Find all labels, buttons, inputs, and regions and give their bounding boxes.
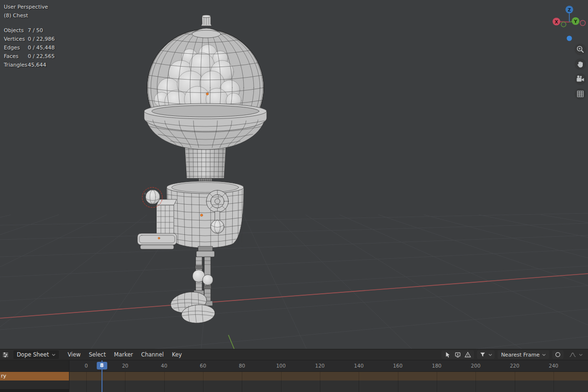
show-hidden-icon [454,351,461,358]
chevron-down-icon [488,354,492,356]
ruler-tick: 240 [549,360,558,371]
editor-type-button[interactable] [1,350,10,359]
blender-window: User Perspective (8) Chest Objects7 / 50… [0,0,588,392]
gizmo-z-label: Z [568,8,571,12]
proportional-editing-toggle[interactable] [552,350,564,359]
warning-triangle-icon [464,351,471,358]
show-hidden-button[interactable] [454,351,462,358]
menu-view[interactable]: View [68,351,80,358]
filter-funnel-icon [479,351,486,358]
body [167,181,244,248]
camera-view-button[interactable] [575,73,586,85]
proportional-circle-icon [554,351,561,358]
ruler-tick: 40 [161,360,167,371]
editor-mode-label: Dope Sheet [17,351,49,358]
ruler-tick: 160 [393,360,403,371]
stat-label: Edges [4,44,28,52]
stat-value: 7 / 50 [28,26,43,35]
orthographic-grid-icon [576,90,585,98]
camera-icon [576,75,585,83]
editor-mode-dropdown[interactable]: Dope Sheet [13,350,59,359]
timeline-ruler[interactable]: 020406080100120140160180200220240 [0,360,588,372]
view-perspective-label: User Perspective [4,4,55,11]
dope-sheet-header: Dope Sheet ViewSelectMarkerChannelKey [0,349,588,360]
gizmo-x-label: X [555,20,558,24]
viewport-overlay: User Perspective (8) Chest Objects7 / 50… [4,4,55,69]
ruler-tick: 220 [510,360,520,371]
frame-gridline [475,372,476,392]
viewport-3d-scene[interactable] [0,0,588,349]
menu-key[interactable]: Key [172,351,182,358]
viewport-3d[interactable]: User Perspective (8) Chest Objects7 / 50… [0,0,588,349]
ruler-tick: 140 [354,360,363,371]
ds-header-right: Nearest Frame [441,350,585,359]
stat-value: 0 / 45,448 [28,44,55,52]
navigation-gizmo[interactable]: X Y Z [551,2,588,46]
frame-gridline [320,372,320,392]
channel-filter-toggles [441,350,474,359]
neck [185,146,226,178]
dope-sheet-channels[interactable]: ry [0,372,588,392]
stat-row: Vertices0 / 22,986 [4,35,55,44]
stat-row: Faces0 / 22,565 [4,52,55,61]
ruler-tick: 0 [85,360,88,371]
chevron-down-icon [52,354,56,356]
frame-gridline [125,372,125,392]
viewport-background [0,0,588,349]
summary-channel-row[interactable]: ry [0,372,69,380]
stat-row: Edges0 / 45,448 [4,44,55,52]
stat-label: Objects [4,26,28,35]
ruler-tick: 100 [276,360,286,371]
ruler-tick: 60 [200,360,206,371]
fcurve-dropdown[interactable] [566,350,585,359]
snap-mode-label: Nearest Frame [501,352,540,358]
stats-table: Objects7 / 50Vertices0 / 22,986Edges0 / … [4,26,55,69]
gizmo-neg-y-ball[interactable] [561,22,566,27]
frame-gridline [203,372,204,392]
ds-menus: ViewSelectMarkerChannelKey [68,351,182,358]
menu-channel[interactable]: Channel [141,351,164,358]
frame-gridline [164,372,165,392]
pan-hand-icon [576,60,585,69]
viewport-nav-tools [575,44,586,100]
pan-button[interactable] [575,58,586,70]
ruler-tick: 20 [122,360,128,371]
active-object-label: (8) Chest [4,12,55,19]
frame-gridline [281,372,282,392]
gizmo-neg-z-ball[interactable] [567,36,572,41]
filter-popover-button[interactable] [477,350,495,359]
frame-gridline [554,372,554,392]
channel-label: ry [1,373,6,379]
current-frame-badge: 8 [97,362,107,369]
snap-mode-dropdown[interactable]: Nearest Frame [498,350,549,359]
selected-only-filter-button[interactable] [444,351,452,358]
channel-list-panel: ry [0,372,69,392]
stat-label: Faces [4,52,28,61]
ruler-tick: 200 [471,360,480,371]
ruler-corner [0,360,69,371]
stat-label: Triangles [4,61,28,69]
channel-panel-scrollbar[interactable] [0,389,69,392]
menu-select[interactable]: Select [89,351,105,358]
zoom-button[interactable] [575,44,586,55]
stat-row: Triangles45,644 [4,61,55,69]
stat-value: 0 / 22,565 [28,52,55,61]
menu-marker[interactable]: Marker [114,351,133,358]
frame-gridline [437,372,437,392]
chevron-down-icon [542,354,546,356]
frame-gridline [515,372,515,392]
dope-sheet-editor: Dope Sheet ViewSelectMarkerChannelKey [0,349,588,392]
frame-gridline [359,372,359,392]
chevron-down-icon [579,354,583,356]
frame-gridline [398,372,398,392]
frame-gridline [86,372,87,392]
stat-value: 0 / 22,986 [28,35,55,44]
gizmo-neg-x-ball[interactable] [580,21,586,26]
cursor-arrow-icon [444,351,451,358]
errors-only-button[interactable] [464,351,472,358]
fcurve-icon [569,351,577,358]
ruler-tick: 180 [432,360,441,371]
summary-keyframe-strip[interactable] [69,372,588,380]
orthographic-toggle-button[interactable] [575,88,586,100]
stat-row: Objects7 / 50 [4,26,55,35]
